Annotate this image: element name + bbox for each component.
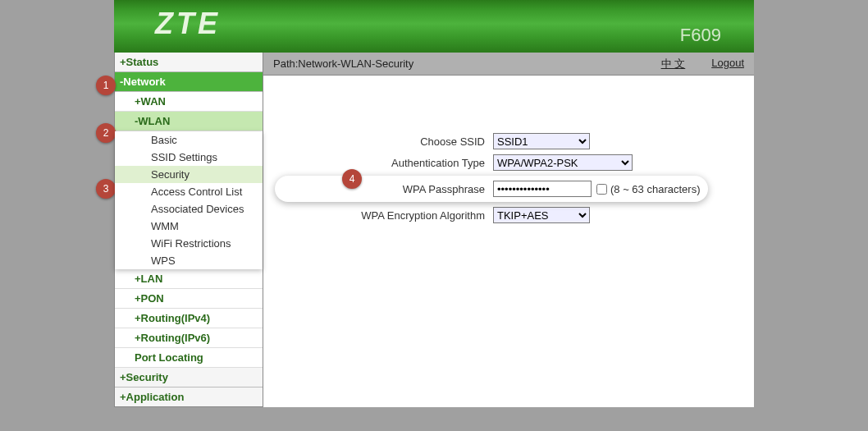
breadcrumb-label: Path:	[273, 57, 298, 70]
sidebar-item-wlan-wps[interactable]: WPS	[115, 252, 263, 269]
annotation-badge-4: 4	[342, 169, 362, 189]
sidebar-item-port-locating[interactable]: Port Locating	[115, 348, 263, 368]
breadcrumb: Path:Network-WLAN-Security	[273, 57, 413, 70]
sidebar-item-routing-ipv6[interactable]: +Routing(IPv6)	[115, 328, 263, 348]
breadcrumb-value: Network-WLAN-Security	[298, 57, 413, 70]
sidebar-item-routing-ipv4[interactable]: +Routing(IPv4)	[115, 309, 263, 328]
wlan-security-form: Choose SSID SSID1 Authentication Type WP…	[263, 76, 754, 245]
annotation-badge-3: 3	[96, 179, 116, 199]
annotation-badge-1: 1	[96, 76, 116, 95]
sidebar-item-wlan-basic[interactable]: Basic	[115, 131, 263, 149]
sidebar-item-application[interactable]: +Application	[115, 387, 263, 406]
passphrase-hint: (8 ~ 63 characters)	[610, 183, 700, 195]
sidebar-item-wlan-assoc-devices[interactable]: Associated Devices	[115, 200, 263, 218]
choose-ssid-label: Choose SSID	[280, 135, 493, 148]
sidebar-item-security[interactable]: +Security	[115, 368, 263, 387]
enc-alg-select[interactable]: TKIP+AES	[493, 207, 590, 223]
sidebar-item-wlan[interactable]: -WLAN	[115, 112, 263, 131]
sidebar-item-wlan-ssid-settings[interactable]: SSID Settings	[115, 149, 263, 166]
sidebar-item-wan[interactable]: +WAN	[115, 92, 263, 112]
auth-type-label: Authentication Type	[280, 157, 493, 169]
language-link[interactable]: 中 文	[661, 57, 686, 71]
sidebar-nav: +Status -Network +WAN -WLAN Basic SSID S…	[114, 53, 263, 407]
annotation-badge-2: 2	[96, 123, 116, 143]
top-bar: Path:Network-WLAN-Security 中 文 Logout	[263, 53, 754, 76]
passphrase-highlight: WPA Passphrase (8 ~ 63 characters)	[275, 176, 708, 202]
top-links: 中 文 Logout	[661, 57, 744, 71]
sidebar-item-status[interactable]: +Status	[115, 53, 263, 72]
sidebar-item-network[interactable]: -Network	[115, 72, 263, 92]
auth-type-select[interactable]: WPA/WPA2-PSK	[493, 154, 633, 171]
router-admin-window: ZTE F609 +Status -Network +WAN -WLAN Bas…	[114, 0, 754, 407]
wlan-submenu: Basic SSID Settings Security Access Cont…	[115, 131, 263, 269]
choose-ssid-select[interactable]: SSID1	[493, 133, 590, 149]
wpa-passphrase-label: WPA Passphrase	[275, 183, 493, 195]
logout-link[interactable]: Logout	[711, 57, 744, 71]
sidebar-item-wlan-security[interactable]: Security	[115, 166, 263, 183]
brand-logo: ZTE	[155, 7, 221, 41]
reveal-passphrase-checkbox[interactable]	[596, 184, 607, 195]
enc-alg-label: WPA Encryption Algorithm	[280, 209, 493, 222]
wpa-passphrase-input[interactable]	[493, 181, 592, 197]
sidebar-item-wlan-wmm[interactable]: WMM	[115, 218, 263, 235]
model-number: F609	[680, 25, 721, 46]
content-area: Path:Network-WLAN-Security 中 文 Logout Ch…	[263, 53, 754, 407]
sidebar-item-wlan-wifi-restrictions[interactable]: WiFi Restrictions	[115, 235, 263, 252]
sidebar-item-lan[interactable]: +LAN	[115, 269, 263, 289]
sidebar-item-wlan-acl[interactable]: Access Control List	[115, 183, 263, 200]
header-banner: ZTE F609	[114, 0, 754, 53]
sidebar-item-pon[interactable]: +PON	[115, 289, 263, 309]
